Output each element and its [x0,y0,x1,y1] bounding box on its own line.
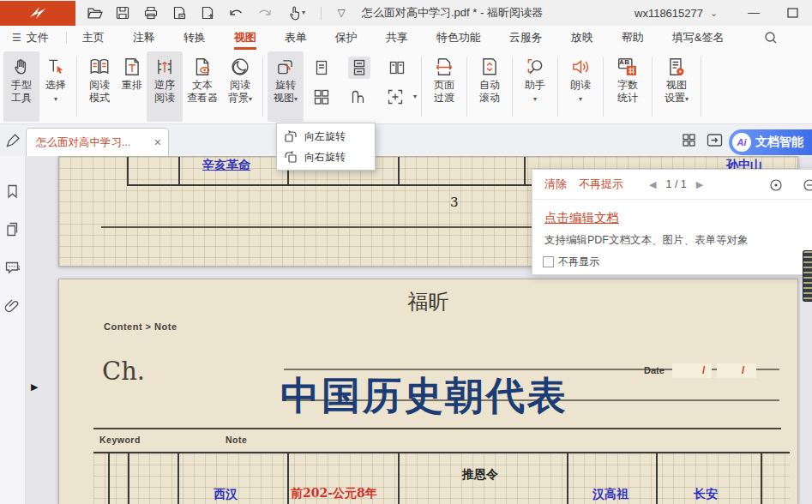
ai-logo-icon: Ai [732,133,751,152]
print-button[interactable] [142,4,159,21]
select-label: 选择 [45,79,66,91]
text-viewer-button[interactable]: 文本查看器 [183,51,222,122]
table-cell-emperor: 汉高祖 [592,487,629,502]
layout-facing-continuous-button[interactable] [310,86,332,108]
menu-item-help[interactable]: 帮助 [622,26,644,50]
popup-collapse-button[interactable] [803,178,812,192]
page-transition-button[interactable]: 页面过渡 [426,51,462,122]
collapse-toolbar-button[interactable]: ▽ [333,4,350,21]
add-page-button[interactable] [199,4,216,21]
attachments-panel-button[interactable] [4,298,21,315]
redo-button[interactable] [256,4,273,21]
page2-date-label: Date [644,365,665,375]
assistant-button[interactable]: 助手▾ [517,51,553,122]
maximize-button[interactable] [787,8,798,18]
read-aloud-speaker-icon [570,57,591,77]
open-file-button[interactable] [86,4,103,21]
menu-item-comment[interactable]: 注释 [133,26,155,50]
assistant-magnifier-icon [525,57,545,77]
view-settings-icon [666,57,687,77]
tab-close-icon[interactable]: × [154,136,161,148]
reverse-read-button[interactable]: 逆序阅读 [147,51,183,122]
menu-search-button[interactable] [764,31,778,45]
layout-single-page-button[interactable] [310,57,333,79]
menu-divider [66,32,67,44]
layout-facing-button[interactable] [386,57,408,79]
edit-hint-popup: 清除 不再提示 ◀ 1 / 1 ▶ 点击编辑文档 支持编辑PDF文档文本、图片、… [532,169,812,275]
menu-file[interactable]: ☰ 文件 [12,30,49,45]
layout-continuous-button[interactable] [348,57,370,79]
read-background-button[interactable]: 阅读背景▾ [222,51,258,122]
menu-item-present[interactable]: 放映 [571,26,593,50]
save-button[interactable] [114,4,131,21]
rotate-left-menu-item[interactable]: 向左旋转 [277,126,375,147]
page1-link-xinhai[interactable]: 辛亥革命 [202,158,250,173]
reflow-button[interactable]: 重排 [117,51,147,122]
menu-item-view[interactable]: 视图 [234,26,256,50]
popup-locate-button[interactable] [769,178,783,192]
read-background-caret-icon: ▾ [249,95,252,103]
menu-item-protect[interactable]: 保护 [335,26,358,50]
comments-panel-button[interactable] [4,259,21,275]
rotate-right-menu-item[interactable]: 向右旋转 [277,147,375,167]
popup-next-icon[interactable]: ▶ [696,179,703,190]
sidebar-expander[interactable]: ▶ [31,381,38,393]
auto-scroll-button[interactable]: 自动滚动 [472,51,508,122]
tab-switch-button[interactable] [707,133,723,147]
word-count-button[interactable]: AB 字数统计 [608,51,647,122]
export-page-button[interactable] [171,4,188,21]
dont-show-checkbox[interactable] [543,256,554,267]
tab-overview-button[interactable] [682,133,696,147]
chevron-down-icon: ▽ [337,4,345,21]
popup-edit-link[interactable]: 点击编辑文档 [544,210,619,226]
quick-annotate-button[interactable] [0,124,26,156]
floating-scroll-widget[interactable] [803,250,812,302]
assistant-label: 助手 [525,79,545,91]
title-bar: ▾ ▽ 怎么面对高中学习.pdf * - 福昕阅读器 wx118615277 ⌄… [0,0,812,26]
foxit-logo[interactable] [0,1,75,26]
doc-intelligence-button[interactable]: Ai 文档智能 [729,129,812,155]
page-transition-icon [434,57,454,77]
pages-panel-button[interactable] [4,221,21,237]
menu-item-share[interactable]: 共享 [386,26,408,50]
view-settings-button[interactable]: 视图设置▾ [657,51,696,122]
menu-item-features[interactable]: 特色功能 [436,26,481,50]
reverse-read-label-2: 阅读 [154,92,175,104]
menu-item-convert[interactable]: 转换 [183,26,206,50]
minimize-button[interactable]: — [748,11,761,13]
popup-prev-icon[interactable]: ◀ [649,179,656,190]
account-menu[interactable]: wx118615277 ⌄ [635,0,718,26]
bookmarks-panel-button[interactable] [4,183,21,200]
read-mode-button[interactable]: 阅读模式 [81,51,117,122]
popup-dont-remind-button[interactable]: 不再提示 [579,177,623,192]
menu-item-fill-sign[interactable]: 填写&签名 [672,26,725,50]
table-border [656,452,658,504]
date-field [717,363,756,378]
touch-mode-button[interactable]: ▾ [284,4,310,21]
read-aloud-button[interactable]: 朗读▾ [562,51,598,122]
hand-tool-button[interactable]: 手型工具 [3,51,39,122]
pdf-page-2[interactable]: 福昕 Content > Note Ch. 中国历史朝代表 Date / / K… [58,279,798,504]
select-caret-icon: ▾ [54,95,57,103]
ribbon-divider [603,57,604,117]
auto-scroll-icon [479,57,500,77]
toolbar-divider [321,7,322,20]
account-caret-icon: ⌄ [710,8,718,19]
text-viewer-label-2: 查看器 [187,92,218,104]
document-tab[interactable]: 怎么面对高中学习... × [26,128,169,156]
page2-chapter-label: Ch. [102,357,145,386]
popup-clear-button[interactable]: 清除 [544,177,567,192]
menu-item-cloud[interactable]: 云服务 [509,26,543,50]
date-slash: / [702,364,705,376]
menu-item-home[interactable]: 主页 [82,26,105,50]
layout-split-button[interactable] [385,86,406,108]
select-tool-button[interactable]: 选择▾ [39,51,72,122]
popup-dont-show-option[interactable]: 不再显示 [543,255,599,269]
menu-item-form[interactable]: 表单 [285,26,307,50]
undo-button[interactable] [227,4,244,21]
rotate-view-button[interactable]: 旋转视图▾ [268,51,304,122]
maximize-icon [787,8,798,18]
layout-separate-cover-button[interactable] [347,86,369,108]
date-slash: / [742,364,744,376]
minus-circle-icon [803,178,812,192]
